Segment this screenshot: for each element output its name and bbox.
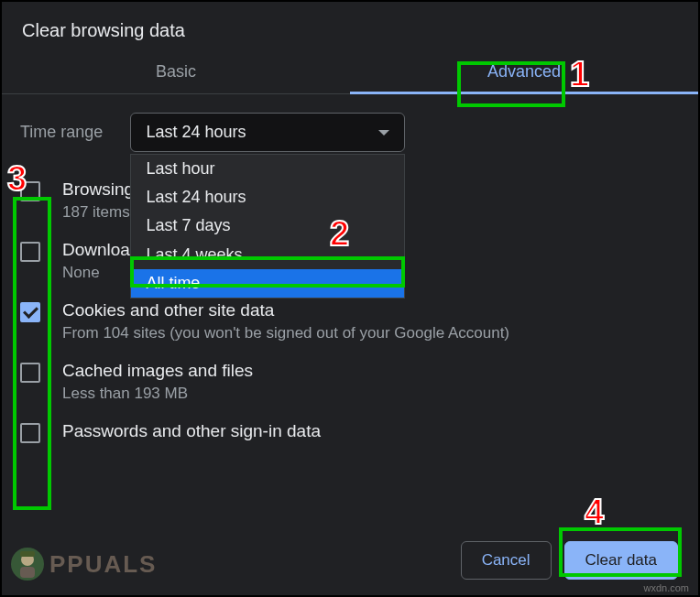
annotation-number-1: 1 (570, 55, 589, 94)
svg-rect-2 (20, 551, 35, 557)
list-item-texts: Passwords and other sign-in data (62, 421, 321, 445)
time-range-option-all-time[interactable]: All time (131, 269, 404, 298)
checkbox-download-history[interactable] (20, 242, 40, 262)
dialog-title: Clear browsing data (2, 2, 698, 50)
appuals-logo-text: PPUALS (49, 550, 157, 579)
tab-basic[interactable]: Basic (2, 50, 350, 93)
item-sub: Less than 193 MB (62, 385, 253, 403)
time-range-label: Time range (20, 123, 103, 142)
annotation-number-3: 3 (7, 159, 27, 199)
item-title: Passwords and other sign-in data (62, 421, 321, 441)
dialog-content: Time range Last 24 hours Last hour Last … (2, 94, 698, 506)
checkbox-cookies[interactable] (20, 302, 40, 322)
list-item[interactable]: Cached images and files Less than 193 MB (20, 352, 680, 412)
time-range-row: Time range Last 24 hours Last hour Last … (20, 113, 680, 152)
list-item[interactable]: Cookies and other site data From 104 sit… (20, 291, 680, 352)
appuals-logo: PPUALS (9, 546, 157, 582)
tab-bar: Basic Advanced (2, 50, 698, 94)
chevron-down-icon (378, 130, 389, 136)
item-title: Cached images and files (62, 361, 253, 381)
list-item-texts: Cookies and other site data From 104 sit… (62, 300, 509, 342)
cancel-button[interactable]: Cancel (461, 541, 552, 580)
time-range-dropdown[interactable]: Last 24 hours Last hour Last 24 hours La… (130, 113, 405, 152)
time-range-dropdown-menu: Last hour Last 24 hours Last 7 days Last… (130, 154, 405, 298)
item-title: Cookies and other site data (62, 300, 509, 320)
svg-rect-3 (20, 567, 35, 578)
time-range-option[interactable]: Last 7 days (131, 212, 404, 240)
time-range-option[interactable]: Last hour (131, 155, 404, 183)
list-item-texts: Cached images and files Less than 193 MB (62, 361, 253, 403)
appuals-avatar-icon (9, 546, 46, 582)
checkbox-passwords[interactable] (20, 423, 40, 443)
item-sub: From 104 sites (you won't be signed out … (62, 324, 509, 342)
clear-data-button[interactable]: Clear data (564, 541, 678, 580)
watermark: wxdn.com (643, 582, 689, 593)
tab-advanced[interactable]: Advanced (350, 50, 698, 93)
list-item[interactable]: Passwords and other sign-in data (20, 412, 680, 454)
time-range-selected: Last 24 hours (146, 123, 246, 142)
annotation-number-4: 4 (585, 493, 604, 532)
annotation-number-2: 2 (330, 214, 349, 254)
time-range-option[interactable]: Last 4 weeks (131, 241, 404, 269)
checkbox-cached-images[interactable] (20, 363, 40, 383)
time-range-option[interactable]: Last 24 hours (131, 183, 404, 212)
time-range-dropdown-toggle[interactable]: Last 24 hours (130, 113, 405, 152)
